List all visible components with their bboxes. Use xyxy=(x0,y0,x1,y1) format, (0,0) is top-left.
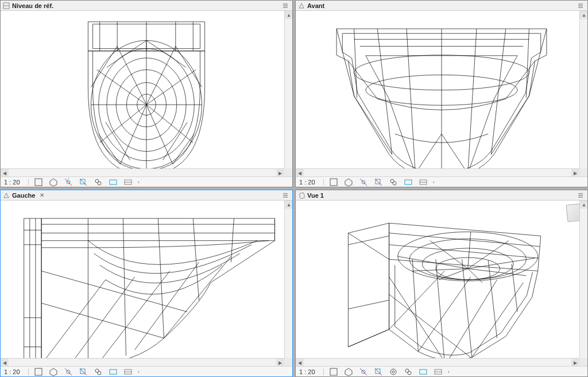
reveal-hidden-icon[interactable] xyxy=(123,178,133,187)
viewport-3d[interactable] xyxy=(296,201,587,376)
visual-style-icon[interactable] xyxy=(343,367,354,376)
plan-view-icon xyxy=(3,2,10,9)
scrollbar-horizontal[interactable]: ◀ ▶ xyxy=(296,168,579,176)
scrollbar-horizontal[interactable]: ◀ ▶ xyxy=(296,358,579,366)
hide-isolate-icon[interactable] xyxy=(418,367,428,376)
scroll-right-button[interactable]: ▶ xyxy=(571,359,579,367)
shadows-off-icon[interactable] xyxy=(78,367,88,376)
scroll-track[interactable] xyxy=(9,359,276,366)
scroll-left-button[interactable]: ◀ xyxy=(296,359,304,367)
scale-label[interactable]: 1 : 20 xyxy=(4,179,24,186)
scroll-track[interactable] xyxy=(580,209,587,358)
svg-line-20 xyxy=(146,105,173,164)
scrollbar-horizontal[interactable]: ◀ ▶ xyxy=(1,168,284,176)
svg-point-154 xyxy=(390,369,396,375)
titlebar-plan[interactable]: Niveau de réf. xyxy=(1,1,292,11)
shadows-off-icon[interactable] xyxy=(373,367,384,376)
svg-line-28 xyxy=(176,47,202,87)
scroll-right-button[interactable]: ▶ xyxy=(276,169,284,177)
reveal-hidden-icon[interactable] xyxy=(433,367,443,376)
pane-menu-button[interactable] xyxy=(281,2,290,9)
scroll-track[interactable] xyxy=(285,209,292,358)
scroll-up-button[interactable]: ▲ xyxy=(285,201,293,209)
svg-line-95 xyxy=(41,280,106,364)
scale-label[interactable]: 1 : 20 xyxy=(4,368,24,375)
svg-point-155 xyxy=(392,371,394,373)
svg-line-66 xyxy=(336,29,354,96)
scale-label[interactable]: 1 : 20 xyxy=(299,368,319,375)
visual-style-icon[interactable] xyxy=(48,178,59,187)
view-style-icon[interactable] xyxy=(33,178,44,187)
statusbar-expand-icon[interactable]: ‹ xyxy=(433,179,435,185)
view-style-icon[interactable] xyxy=(328,178,339,187)
sun-path-off-icon[interactable] xyxy=(358,367,369,376)
scroll-left-button[interactable]: ◀ xyxy=(296,169,304,177)
close-tab-button[interactable]: ✕ xyxy=(37,191,47,199)
scroll-track[interactable] xyxy=(304,359,571,366)
scrollbar-vertical[interactable]: ▲ ▼ xyxy=(284,201,292,366)
scroll-track[interactable] xyxy=(304,169,571,176)
hide-isolate-icon[interactable] xyxy=(108,367,118,376)
scroll-track[interactable] xyxy=(9,169,276,176)
svg-line-142 xyxy=(468,258,535,268)
sun-path-off-icon[interactable] xyxy=(63,367,74,376)
scroll-corner xyxy=(284,168,292,176)
scroll-up-button[interactable]: ▲ xyxy=(580,11,588,19)
shadows-off-icon[interactable] xyxy=(373,178,384,187)
crop-view-icon[interactable] xyxy=(403,367,413,376)
view-style-icon[interactable] xyxy=(33,367,44,376)
scroll-up-button[interactable]: ▲ xyxy=(580,201,588,209)
scale-label[interactable]: 1 : 20 xyxy=(299,179,319,186)
reveal-hidden-icon[interactable] xyxy=(123,367,133,376)
sun-path-off-icon[interactable] xyxy=(358,178,369,187)
statusbar-expand-icon[interactable]: ‹ xyxy=(448,369,450,375)
scrollbar-vertical[interactable]: ▲ ▼ xyxy=(284,11,292,176)
scrollbar-vertical[interactable]: ▲ ▼ xyxy=(579,201,587,366)
visual-style-icon[interactable] xyxy=(343,178,354,187)
scroll-up-button[interactable]: ▲ xyxy=(285,11,293,19)
render-settings-icon[interactable] xyxy=(388,367,399,376)
svg-marker-123 xyxy=(389,223,541,271)
svg-marker-149 xyxy=(345,368,352,376)
crop-view-icon[interactable] xyxy=(93,367,103,376)
crop-view-icon[interactable] xyxy=(388,178,399,187)
scroll-left-button[interactable]: ◀ xyxy=(1,359,9,367)
viewport-front[interactable] xyxy=(296,11,587,187)
pane-menu-button[interactable] xyxy=(576,192,585,199)
svg-line-141 xyxy=(468,241,509,269)
scrollbar-horizontal[interactable]: ◀ ▶ xyxy=(1,358,284,366)
title-plan: Niveau de réf. xyxy=(12,2,53,9)
scroll-track[interactable] xyxy=(285,19,292,168)
reveal-hidden-icon[interactable] xyxy=(418,178,428,187)
statusbar-expand-icon[interactable]: ‹ xyxy=(138,369,140,375)
titlebar-3d[interactable]: Vue 1 xyxy=(296,190,587,201)
svg-line-136 xyxy=(389,277,445,361)
svg-line-100 xyxy=(41,303,164,338)
svg-line-140 xyxy=(468,232,471,268)
hide-isolate-icon[interactable] xyxy=(108,178,118,187)
view-style-icon[interactable] xyxy=(328,367,339,376)
scroll-corner xyxy=(284,358,292,366)
titlebar-front[interactable]: Avant xyxy=(296,1,587,11)
scroll-left-button[interactable]: ◀ xyxy=(1,169,9,177)
svg-marker-105 xyxy=(50,368,57,376)
wireframe-plan xyxy=(1,11,292,187)
hide-isolate-icon[interactable] xyxy=(403,178,413,187)
pane-menu-button[interactable] xyxy=(281,192,290,199)
scroll-track[interactable] xyxy=(580,19,587,168)
sun-path-off-icon[interactable] xyxy=(63,178,74,187)
visual-style-icon[interactable] xyxy=(48,367,59,376)
statusbar-expand-icon[interactable]: ‹ xyxy=(138,179,140,185)
pane-menu-button[interactable] xyxy=(576,2,585,9)
shadows-off-icon[interactable] xyxy=(78,178,88,187)
viewport-left[interactable] xyxy=(1,201,292,376)
svg-line-69 xyxy=(442,134,468,174)
viewport-plan[interactable] xyxy=(1,11,292,187)
titlebar-left[interactable]: Gauche ✕ xyxy=(1,190,292,201)
svg-rect-158 xyxy=(420,370,427,374)
crop-view-icon[interactable] xyxy=(93,178,103,187)
scroll-right-button[interactable]: ▶ xyxy=(276,359,284,367)
scroll-right-button[interactable]: ▶ xyxy=(571,169,579,177)
title-front: Avant xyxy=(307,2,324,9)
scrollbar-vertical[interactable]: ▲ ▼ xyxy=(579,11,587,176)
